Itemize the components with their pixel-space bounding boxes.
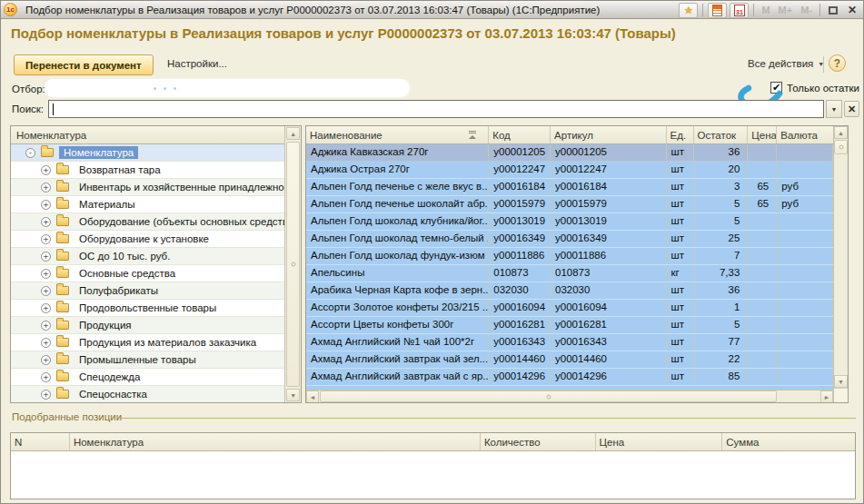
positions-table-body[interactable]: [11, 451, 855, 499]
cell-code: у00016094: [489, 300, 551, 316]
cell-name: Арабика Черная Карта кофе в зерн...: [306, 282, 489, 299]
cell-code: у00016349: [489, 231, 551, 247]
tree-expander-icon[interactable]: +: [41, 390, 51, 400]
titlebar: 1с Подбор номенклатуры в Реализация това…: [1, 1, 863, 19]
cell-remainder: 1: [694, 300, 749, 316]
search-input[interactable]: [48, 100, 824, 118]
maximize-button[interactable]: [825, 3, 841, 17]
column-header-sum[interactable]: Сумма: [722, 433, 855, 450]
tree-expander-icon[interactable]: +: [41, 217, 51, 227]
column-header-quantity[interactable]: Количество: [481, 433, 596, 450]
cell-code: 032030: [489, 282, 551, 299]
cell-article: у00015979: [551, 196, 667, 212]
scrollbar-thumb[interactable]: [834, 140, 848, 154]
tree-item[interactable]: - Номенклатура: [11, 144, 284, 162]
table-row[interactable]: Ахмад Английский №1 чай 100*2г у00016343…: [306, 334, 833, 351]
scroll-up-icon[interactable]: ▲: [834, 126, 848, 139]
table-row[interactable]: Арабика Черная Карта кофе в зерн... 0320…: [306, 282, 833, 300]
scroll-right-icon[interactable]: ►: [820, 390, 833, 402]
tree-expander-icon[interactable]: +: [41, 321, 51, 331]
column-header-n[interactable]: N: [11, 433, 70, 450]
tree-item[interactable]: + Оборудование к установке: [11, 231, 284, 248]
tree-expander-icon[interactable]: +: [41, 286, 51, 296]
column-header-article[interactable]: Артикул: [551, 126, 667, 143]
scroll-down-icon[interactable]: ▼: [834, 375, 848, 388]
cell-price: [748, 334, 777, 351]
tree-item[interactable]: + Основные средства: [11, 265, 284, 282]
tree-item[interactable]: + ОС до 10 тыс. руб.: [11, 248, 284, 265]
tree-expander-icon[interactable]: +: [41, 165, 51, 175]
table-row[interactable]: Альпен Голд шоколад темно-белый ... у000…: [306, 231, 833, 248]
tree-expander-icon[interactable]: +: [41, 303, 51, 313]
cell-price: 65: [748, 179, 777, 195]
column-header-nomenclature[interactable]: Номенклатура: [70, 433, 481, 450]
only-remainders-label[interactable]: Только остатки: [787, 83, 859, 94]
column-header-currency[interactable]: Валюта: [777, 126, 833, 143]
table-row[interactable]: Апельсины 010873 010873 кг 7,33: [306, 265, 833, 282]
tree-expander-icon[interactable]: +: [41, 269, 51, 279]
table-row[interactable]: Ахмад Английский завтрак чай зел.... у00…: [306, 351, 833, 369]
table-row[interactable]: Альпен Голд печенье с желе вкус в... у00…: [306, 179, 833, 196]
tree-item[interactable]: + Возвратная тара: [11, 162, 284, 179]
column-header-price[interactable]: Цена: [596, 433, 723, 450]
favorites-star-button[interactable]: ★: [679, 3, 698, 18]
scrollbar-thumb[interactable]: [286, 142, 300, 387]
tree-expander-icon[interactable]: +: [41, 183, 51, 193]
tree-expander-icon[interactable]: +: [41, 372, 51, 382]
tree-expander-icon[interactable]: -: [25, 148, 35, 158]
calendar-button[interactable]: 31: [730, 3, 749, 18]
tree-item-label: Инвентарь и хозяйственные принадлежности: [74, 181, 284, 193]
table-row[interactable]: Ассорти Цветы конфеты 300г у00016281 у00…: [306, 317, 833, 334]
table-row[interactable]: Аджика Острая 270г у00012247 у00012247 ш…: [306, 162, 833, 179]
table-row[interactable]: Аджика Кавказская 270г у00001205 у000012…: [306, 144, 833, 162]
tree-expander-icon[interactable]: +: [41, 252, 51, 262]
table-row[interactable]: Альпен Голд печенье шоколайт абр... у000…: [306, 196, 833, 213]
folder-icon: [56, 303, 69, 312]
tree-expander-icon[interactable]: +: [41, 234, 51, 244]
tree-column-header[interactable]: Номенклатура: [11, 126, 284, 144]
tree-item[interactable]: + Спецоснастка: [11, 386, 284, 402]
table-row[interactable]: Альпен Голд шоколад клубника/йог... у000…: [306, 213, 833, 231]
tree-item[interactable]: + Оборудование (объекты основных средств…: [11, 213, 284, 231]
tree-item[interactable]: + Продукция из материалов заказчика: [11, 334, 284, 351]
tree-expander-icon[interactable]: +: [41, 355, 51, 365]
tree-item[interactable]: + Инвентарь и хозяйственные принадлежнос…: [11, 179, 284, 196]
goods-vertical-scrollbar[interactable]: ▲ ▼: [833, 126, 848, 402]
tree-item[interactable]: + Промышленные товары: [11, 351, 284, 369]
search-dropdown-button[interactable]: ▼: [826, 100, 842, 118]
settings-button[interactable]: Настройки...: [167, 58, 227, 69]
all-actions-button[interactable]: Все действия ▼: [748, 58, 824, 69]
scrollbar-thumb[interactable]: [320, 390, 777, 402]
tree-item[interactable]: + Спецодежда: [11, 369, 284, 386]
tree-vertical-scrollbar[interactable]: ▲ ▼: [284, 126, 301, 402]
column-header-price[interactable]: Цена: [748, 126, 777, 143]
tree-expander-icon[interactable]: +: [41, 338, 51, 348]
column-header-unit[interactable]: Ед.: [667, 126, 694, 143]
column-header-name[interactable]: Наименование: [306, 126, 489, 143]
table-row[interactable]: Ассорти Золотое конфеты 203/215 ... у000…: [306, 300, 833, 317]
close-button[interactable]: ✕: [844, 3, 860, 17]
only-remainders-checkbox[interactable]: ✔: [770, 82, 782, 94]
memory-mminus-button: M-: [798, 5, 815, 15]
table-row[interactable]: Ахмад Английский завтрак чай с яр... у00…: [306, 369, 833, 386]
tree-item[interactable]: + Продовольственные товары: [11, 300, 284, 317]
tree-item[interactable]: + Продукция: [11, 317, 284, 334]
search-clear-button[interactable]: ✕: [844, 101, 859, 117]
cell-name: Ассорти Золотое конфеты 203/215 ...: [306, 300, 489, 316]
filter-label: Отбор:: [12, 84, 45, 94]
tree-item[interactable]: + Материалы: [11, 196, 284, 213]
column-header-code[interactable]: Код: [489, 126, 551, 143]
search-label: Поиск:: [12, 104, 44, 114]
calculator-button[interactable]: [708, 3, 727, 18]
table-row[interactable]: Альпен Голд шоколад фундук-изюм ... у000…: [306, 248, 833, 265]
tree-expander-icon[interactable]: +: [41, 200, 51, 210]
help-button[interactable]: ?: [829, 54, 846, 72]
transfer-to-document-button[interactable]: Перенести в документ: [14, 54, 154, 75]
scroll-down-icon[interactable]: ▼: [286, 389, 300, 401]
titlebar-separator: [702, 4, 703, 16]
scroll-left-icon[interactable]: ◄: [306, 390, 319, 402]
scroll-up-icon[interactable]: ▲: [286, 127, 300, 140]
column-header-remainder[interactable]: Остаток: [694, 126, 749, 143]
tree-item[interactable]: + Полуфабрикаты: [11, 282, 284, 300]
horizontal-scrollbar[interactable]: ◄ ►: [306, 390, 833, 402]
